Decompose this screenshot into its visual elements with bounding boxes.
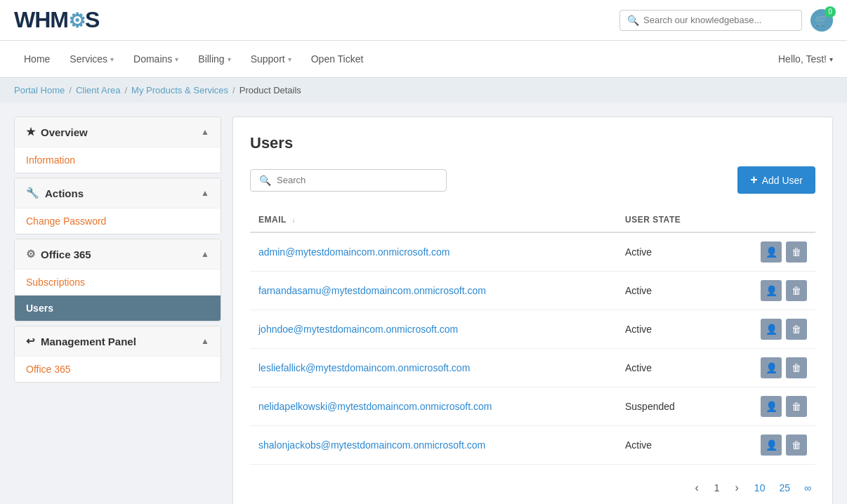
edit-user-button[interactable]: 👤 bbox=[761, 319, 782, 340]
nav-left: Home Services ▾ Domains ▾ Billing ▾ Supp… bbox=[14, 41, 373, 77]
user-email-link[interactable]: nelidapelkowski@mytestdomaincom.onmicros… bbox=[258, 401, 492, 412]
col-actions-header bbox=[723, 208, 815, 232]
user-actions-cell: 👤 🗑 bbox=[723, 232, 815, 272]
user-action-buttons: 👤 🗑 bbox=[731, 280, 807, 301]
sidebar-item-information[interactable]: Information bbox=[15, 147, 221, 173]
table-row: farnandasamu@mytestdomaincom.onmicrosoft… bbox=[250, 272, 815, 310]
page-size-25[interactable]: 25 bbox=[775, 479, 794, 496]
chevron-down-icon: ▾ bbox=[110, 55, 114, 63]
nav-item-support[interactable]: Support ▾ bbox=[241, 41, 301, 77]
nav-item-home[interactable]: Home bbox=[14, 41, 60, 77]
sidebar-item-change-password[interactable]: Change Password bbox=[15, 208, 221, 234]
user-action-buttons: 👤 🗑 bbox=[731, 241, 807, 263]
table-row: johndoe@mytestdomaincom.onmicrosoft.com … bbox=[250, 310, 815, 349]
user-actions-cell: 👤 🗑 bbox=[723, 426, 815, 465]
user-search[interactable]: 🔍 bbox=[250, 169, 447, 192]
breadcrumb-current: Product Details bbox=[239, 85, 301, 95]
user-greeting[interactable]: Hello, Test! ▾ bbox=[778, 53, 833, 65]
nav-item-domains[interactable]: Domains ▾ bbox=[124, 41, 188, 77]
search-icon: 🔍 bbox=[259, 175, 271, 186]
logo-text: WHM⚙S bbox=[14, 7, 99, 33]
breadcrumb-my-products[interactable]: My Products & Services bbox=[131, 85, 228, 95]
chevron-down-icon: ▾ bbox=[228, 55, 231, 63]
user-actions-cell: 👤 🗑 bbox=[723, 349, 815, 387]
sort-icon[interactable]: ↓ bbox=[291, 216, 296, 224]
edit-user-button[interactable]: 👤 bbox=[761, 357, 782, 378]
table-row: admin@mytestdomaincom.onmicrosoft.com Ac… bbox=[250, 232, 815, 272]
delete-user-button[interactable]: 🗑 bbox=[786, 357, 807, 378]
edit-user-button[interactable]: 👤 bbox=[761, 280, 782, 301]
user-state: Active bbox=[617, 426, 723, 465]
user-email-link[interactable]: shalonjackobs@mytestdomaincom.onmicrosof… bbox=[258, 439, 485, 451]
sidebar-item-office365-mgmt[interactable]: Office 365 bbox=[15, 357, 221, 382]
sidebar-item-users[interactable]: Users bbox=[15, 296, 221, 321]
user-email-link[interactable]: lesliefallick@mytestdomaincom.onmicrosof… bbox=[258, 362, 470, 373]
delete-user-button[interactable]: 🗑 bbox=[786, 319, 807, 340]
chevron-down-icon: ▾ bbox=[175, 55, 178, 63]
chevron-down-icon: ▾ bbox=[288, 55, 291, 63]
breadcrumb-portal-home[interactable]: Portal Home bbox=[14, 85, 65, 95]
nav-item-billing[interactable]: Billing ▾ bbox=[188, 41, 240, 77]
greeting-text: Hello, Test! bbox=[778, 53, 827, 65]
user-email-link[interactable]: admin@mytestdomaincom.onmicrosoft.com bbox=[258, 246, 450, 258]
delete-user-button[interactable]: 🗑 bbox=[786, 435, 807, 456]
user-action-buttons: 👤 🗑 bbox=[731, 357, 807, 378]
sidebar-section-office365: ⚙ Office 365 ▲ Subscriptions Users bbox=[14, 239, 221, 321]
user-email-link[interactable]: johndoe@mytestdomaincom.onmicrosoft.com bbox=[258, 324, 458, 335]
nav-item-services[interactable]: Services ▾ bbox=[60, 41, 124, 77]
delete-user-button[interactable]: 🗑 bbox=[786, 280, 807, 301]
user-email-link[interactable]: farnandasamu@mytestdomaincom.onmicrosoft… bbox=[258, 285, 486, 296]
edit-user-button[interactable]: 👤 bbox=[761, 241, 782, 263]
page-size-10[interactable]: 10 bbox=[750, 479, 770, 496]
sidebar-section-header-overview[interactable]: ★ Overview ▲ bbox=[15, 117, 221, 147]
users-table-body: admin@mytestdomaincom.onmicrosoft.com Ac… bbox=[250, 232, 815, 465]
breadcrumb-sep: / bbox=[69, 85, 72, 95]
sidebar-section-overview: ★ Overview ▲ Information bbox=[14, 117, 221, 173]
user-action-buttons: 👤 🗑 bbox=[731, 319, 807, 340]
edit-user-button[interactable]: 👤 bbox=[761, 435, 782, 456]
page-size-infinity[interactable]: ∞ bbox=[800, 479, 815, 496]
user-state: Active bbox=[617, 272, 723, 310]
sidebar-item-subscriptions[interactable]: Subscriptions bbox=[15, 270, 221, 296]
knowledgebase-search[interactable]: 🔍 bbox=[619, 10, 802, 31]
edit-user-button[interactable]: 👤 bbox=[761, 396, 782, 417]
chevron-up-icon: ▲ bbox=[201, 336, 209, 346]
sidebar-section-header-office365[interactable]: ⚙ Office 365 ▲ bbox=[15, 239, 221, 270]
chevron-up-icon: ▲ bbox=[201, 188, 209, 198]
breadcrumb-client-area[interactable]: Client Area bbox=[76, 85, 121, 95]
user-email: nelidapelkowski@mytestdomaincom.onmicros… bbox=[250, 387, 617, 426]
sidebar-section-actions: 🔧 Actions ▲ Change Password bbox=[14, 178, 221, 234]
sidebar-section-title-overview: ★ Overview bbox=[26, 126, 88, 138]
logo: WHM⚙S bbox=[14, 7, 99, 33]
main-content: ★ Overview ▲ Information 🔧 Actions ▲ Cha… bbox=[0, 102, 847, 504]
user-search-input[interactable] bbox=[277, 175, 438, 185]
nav-item-open-ticket[interactable]: Open Ticket bbox=[301, 41, 374, 77]
user-email: lesliefallick@mytestdomaincom.onmicrosof… bbox=[250, 349, 617, 387]
col-user-state: USER STATE bbox=[617, 208, 723, 232]
sidebar-section-header-actions[interactable]: 🔧 Actions ▲ bbox=[15, 178, 221, 208]
sidebar-section-header-management[interactable]: ↩ Management Panel ▲ bbox=[15, 326, 221, 357]
sidebar-section-management: ↩ Management Panel ▲ Office 365 bbox=[14, 326, 221, 383]
back-icon: ↩ bbox=[26, 335, 35, 347]
delete-user-button[interactable]: 🗑 bbox=[786, 396, 807, 417]
next-page-button[interactable]: › bbox=[730, 479, 744, 497]
user-state: Active bbox=[617, 349, 723, 387]
table-row: nelidapelkowski@mytestdomaincom.onmicros… bbox=[250, 387, 815, 426]
breadcrumb-sep: / bbox=[232, 85, 235, 95]
knowledgebase-search-input[interactable] bbox=[643, 15, 794, 25]
table-header-row: EMAIL ↓ USER STATE bbox=[250, 208, 815, 232]
add-user-button[interactable]: + Add User bbox=[737, 166, 815, 194]
user-actions-cell: 👤 🗑 bbox=[723, 387, 815, 426]
delete-user-button[interactable]: 🗑 bbox=[786, 241, 807, 263]
user-state: Suspended bbox=[617, 387, 723, 426]
prev-page-button[interactable]: ‹ bbox=[689, 479, 704, 497]
star-icon: ★ bbox=[26, 126, 35, 138]
sidebar-section-title-management: ↩ Management Panel bbox=[26, 335, 136, 347]
user-state: Active bbox=[617, 310, 723, 349]
cart-button[interactable]: 🛒 0 bbox=[810, 9, 833, 32]
gear-icon: ⚙ bbox=[68, 10, 85, 32]
header: WHM⚙S 🔍 🛒 0 bbox=[0, 0, 847, 41]
pagination: ‹ 1 › 10 25 ∞ bbox=[250, 479, 815, 497]
table-row: lesliefallick@mytestdomaincom.onmicrosof… bbox=[250, 349, 815, 387]
content-panel: Users 🔍 + Add User EMAIL ↓ bbox=[232, 117, 833, 504]
